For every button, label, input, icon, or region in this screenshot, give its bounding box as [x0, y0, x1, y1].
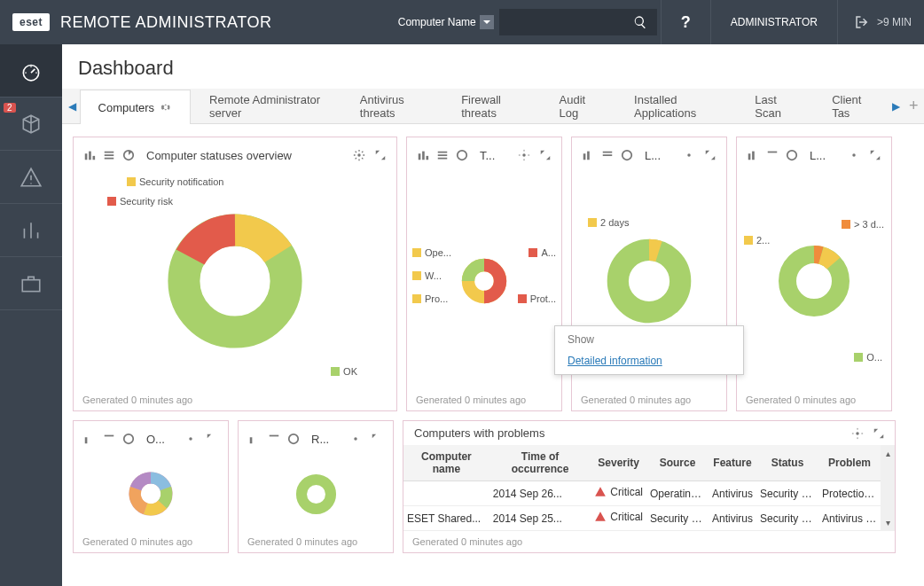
bar-chart-icon: [20, 219, 43, 242]
tab-add[interactable]: +: [904, 89, 924, 123]
tab-ra-server[interactable]: Remote Administrator server: [191, 89, 341, 123]
top-bar: eset REMOTE ADMINISTRATOR Computer Name …: [0, 0, 924, 44]
search-input[interactable]: [499, 9, 623, 35]
popover-link[interactable]: Detailed information: [568, 355, 662, 367]
help-button[interactable]: ?: [665, 0, 707, 44]
view-pie-icon[interactable]: [618, 146, 636, 164]
view-bar-icon[interactable]: [81, 430, 98, 448]
sidebar-item-admin[interactable]: [0, 257, 62, 310]
tab-row: ◀ Computers Remote Administrator server …: [62, 89, 924, 124]
tab-audit-log[interactable]: Audit Log: [541, 89, 616, 123]
logout-icon: [854, 14, 870, 30]
view-bar-icon[interactable]: [246, 430, 263, 448]
view-list-icon[interactable]: [265, 430, 283, 448]
view-bar-icon[interactable]: [81, 146, 98, 164]
svg-point-26: [189, 437, 192, 441]
briefcase-icon: [20, 272, 43, 295]
svg-point-6: [357, 153, 361, 157]
view-list-icon[interactable]: [100, 146, 118, 164]
widget-expand-icon[interactable]: [701, 146, 719, 164]
table-row[interactable]: 2014 Sep 26... Critical Operating s... A…: [403, 481, 881, 506]
tab-installed-apps[interactable]: Installed Applications: [615, 89, 736, 123]
donut-chart: [155, 201, 315, 361]
donut-chart: [292, 470, 341, 519]
view-pie-icon[interactable]: [285, 430, 302, 448]
widget-settings-icon[interactable]: [350, 146, 368, 164]
widget-w2: T... Ope... A: [406, 137, 562, 411]
svg-point-30: [354, 437, 357, 441]
sidebar-item-threats[interactable]: [0, 151, 62, 204]
widget-settings-icon[interactable]: [845, 146, 863, 164]
chart-popover: Show Detailed information: [554, 325, 744, 375]
tab-computers[interactable]: Computers: [80, 90, 192, 124]
gear-icon[interactable]: [160, 101, 172, 113]
view-pie-icon[interactable]: [783, 146, 801, 164]
svg-rect-3: [89, 152, 91, 160]
view-list-icon[interactable]: [763, 146, 781, 164]
widget-expand-icon[interactable]: [203, 430, 221, 448]
logout-button[interactable]: >9 MIN: [842, 14, 924, 30]
scroll-up-icon[interactable]: ▴: [886, 449, 890, 458]
view-bar-icon[interactable]: [744, 146, 762, 164]
page-title: Dashboard: [62, 44, 924, 89]
widget-settings-icon[interactable]: [347, 430, 364, 448]
widget-title: T...: [473, 149, 513, 162]
table-scrollbar[interactable]: ▴ ▾: [881, 445, 895, 531]
svg-point-16: [623, 151, 632, 160]
svg-rect-24: [85, 437, 88, 443]
sidebar-item-computers[interactable]: 2: [0, 98, 62, 151]
svg-rect-9: [422, 152, 425, 160]
tab-last-scan[interactable]: Last Scan: [736, 89, 813, 123]
tabs-scroll-left[interactable]: ◀: [66, 89, 80, 123]
sidebar: 2: [0, 44, 62, 586]
widget-w6: R... Generated 0 minutes ago: [238, 420, 394, 553]
tab-firewall-threats[interactable]: Firewall threats: [442, 89, 540, 123]
sidebar-badge: 2: [4, 103, 16, 113]
table-row[interactable]: ESET Shared... 2014 Sep 25... Critical S…: [403, 506, 881, 531]
view-list-icon[interactable]: [100, 430, 118, 448]
view-bar-icon[interactable]: [579, 146, 597, 164]
tab-client-tasks[interactable]: Client Tas: [813, 89, 889, 123]
widget-settings-icon[interactable]: [182, 430, 200, 448]
svg-point-22: [852, 153, 856, 157]
svg-point-29: [289, 434, 299, 444]
svg-rect-1: [22, 279, 40, 291]
widget-expand-icon[interactable]: [368, 430, 386, 448]
svg-point-18: [618, 250, 680, 312]
widget-settings-icon[interactable]: [849, 425, 866, 442]
popover-title: Show: [568, 333, 731, 346]
svg-rect-14: [583, 153, 586, 160]
svg-rect-2: [85, 153, 88, 160]
view-pie-icon[interactable]: [453, 146, 471, 164]
svg-rect-19: [748, 153, 751, 160]
view-pie-icon[interactable]: [120, 430, 137, 448]
sidebar-item-dashboard[interactable]: [0, 44, 62, 98]
widget-settings-icon[interactable]: [680, 146, 698, 164]
sidebar-item-reports[interactable]: [0, 204, 62, 257]
svg-rect-15: [587, 152, 590, 160]
svg-point-17: [687, 153, 691, 157]
widget-overview: Computer statuses overview Security noti: [73, 137, 397, 411]
tab-antivirus-threats[interactable]: Antivirus threats: [341, 89, 442, 123]
donut-chart: [458, 254, 511, 308]
search-scope-dropdown[interactable]: [480, 15, 494, 29]
view-list-icon[interactable]: [599, 146, 616, 164]
scroll-down-icon[interactable]: ▾: [886, 518, 890, 527]
svg-rect-20: [752, 152, 755, 160]
widget-expand-icon[interactable]: [866, 146, 884, 164]
widget-expand-icon[interactable]: [372, 146, 389, 164]
view-bar-icon[interactable]: [414, 146, 432, 164]
donut-chart: [600, 232, 698, 330]
svg-rect-8: [419, 153, 421, 160]
view-pie-icon[interactable]: [120, 146, 137, 164]
svg-point-31: [301, 480, 331, 509]
search-button[interactable]: [623, 9, 657, 35]
widget-expand-icon[interactable]: [536, 146, 554, 164]
product-title: REMOTE ADMINISTRATOR: [60, 13, 271, 32]
widget-expand-icon[interactable]: [870, 425, 888, 442]
tabs-scroll-right[interactable]: ▶: [889, 89, 904, 123]
user-menu[interactable]: ADMINISTRATOR: [715, 0, 834, 44]
widget-settings-icon[interactable]: [515, 146, 533, 164]
view-list-icon[interactable]: [434, 146, 451, 164]
problems-table: Computer name Time of occurrence Severit…: [403, 445, 881, 531]
